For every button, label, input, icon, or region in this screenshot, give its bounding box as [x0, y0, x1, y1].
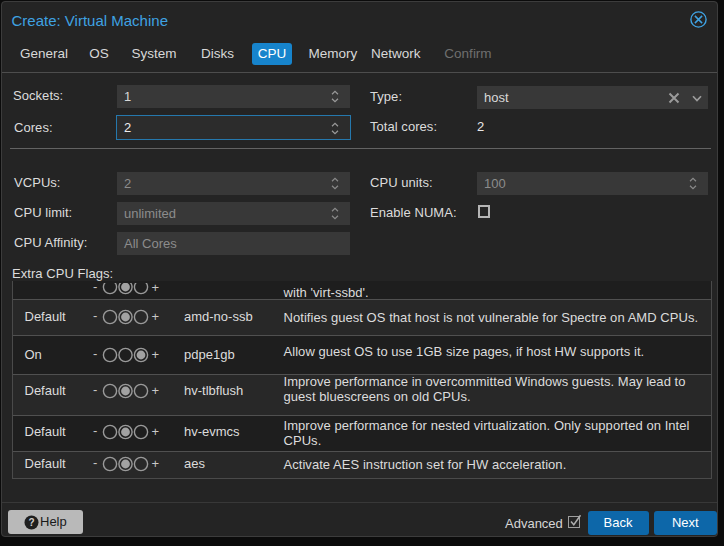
svg-text:?: ? — [28, 517, 34, 528]
